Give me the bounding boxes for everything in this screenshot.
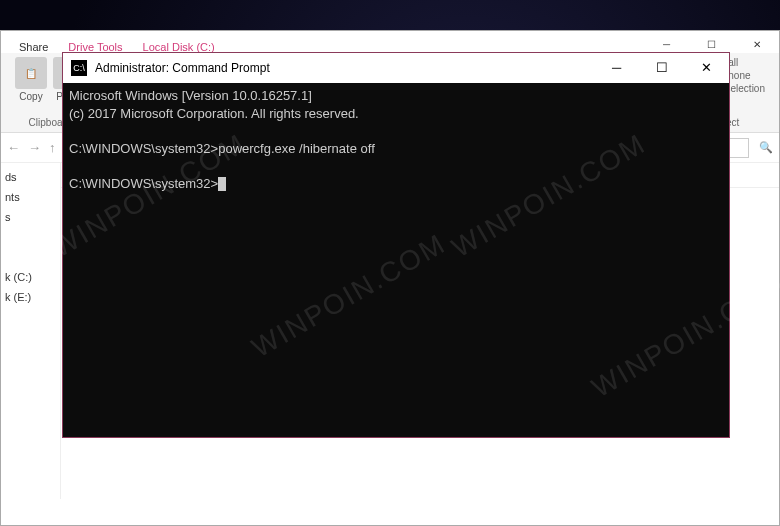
cmd-titlebar[interactable]: C:\ Administrator: Command Prompt ─ ☐ ✕: [63, 53, 729, 83]
copy-icon: 📋: [15, 57, 47, 89]
sidebar-item-downloads[interactable]: ds: [3, 167, 58, 187]
cmd-line: (c) 2017 Microsoft Corporation. All righ…: [69, 106, 359, 121]
share-tab[interactable]: Share: [19, 41, 48, 53]
cmd-output[interactable]: Microsoft Windows [Version 10.0.16257.1]…: [63, 83, 729, 196]
sidebar-item-documents[interactable]: nts: [3, 187, 58, 207]
cmd-command: powercfg.exe /hibernate off: [218, 141, 375, 156]
cmd-maximize-button[interactable]: ☐: [639, 53, 684, 83]
cmd-line: Microsoft Windows [Version 10.0.16257.1]: [69, 88, 312, 103]
copy-button[interactable]: 📋 Copy: [15, 57, 47, 102]
explorer-tabs: Share Drive Tools Local Disk (C:) ─ ☐ ✕: [1, 31, 779, 53]
copy-label: Copy: [19, 91, 42, 102]
cmd-prompt: C:\WINDOWS\system32>: [69, 176, 218, 191]
cmd-prompt: C:\WINDOWS\system32>: [69, 141, 218, 156]
sidebar-item-disk-e[interactable]: k (E:): [3, 287, 58, 307]
up-button[interactable]: ↑: [49, 140, 56, 155]
cmd-icon: C:\: [71, 60, 87, 76]
sidebar: ds nts s k (C:) k (E:): [1, 163, 61, 499]
sidebar-item-disk-c[interactable]: k (C:): [3, 267, 58, 287]
cmd-window: C:\ Administrator: Command Prompt ─ ☐ ✕ …: [62, 52, 730, 438]
sidebar-item-pictures[interactable]: s: [3, 207, 58, 227]
close-button[interactable]: ✕: [734, 31, 779, 57]
cmd-title-text: Administrator: Command Prompt: [95, 61, 270, 75]
cursor: [218, 177, 226, 191]
cmd-close-button[interactable]: ✕: [684, 53, 729, 83]
forward-button[interactable]: →: [28, 140, 41, 155]
search-icon[interactable]: 🔍: [759, 141, 773, 154]
cmd-minimize-button[interactable]: ─: [594, 53, 639, 83]
back-button[interactable]: ←: [7, 140, 20, 155]
